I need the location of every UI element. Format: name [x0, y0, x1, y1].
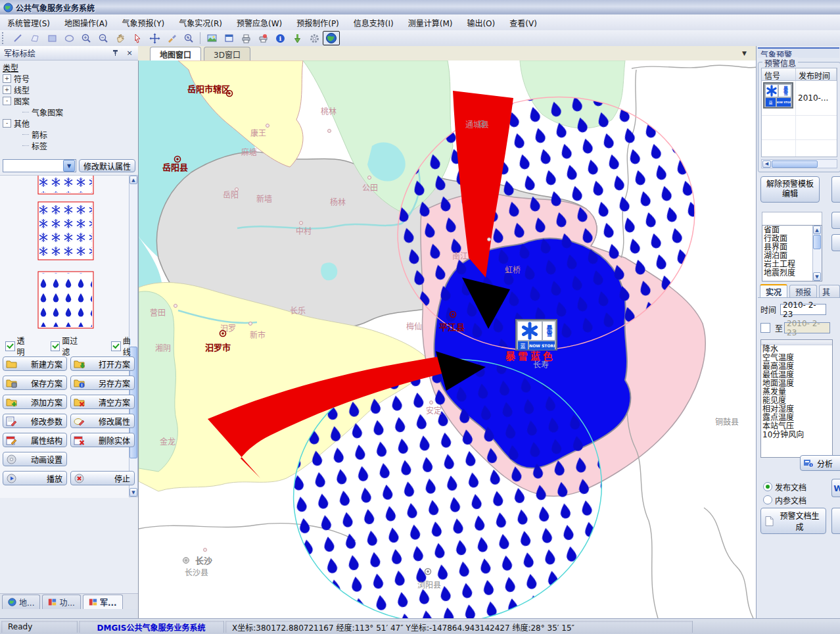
draw-line-icon[interactable] — [9, 31, 26, 45]
checkbox-icon[interactable] — [111, 341, 121, 351]
delete-entity-button[interactable]: 删除实体 — [70, 433, 135, 447]
draw-polygon-icon[interactable] — [26, 31, 43, 45]
publish-doc-radio[interactable]: 发布文档 — [763, 480, 806, 493]
to-field[interactable]: 2010- 2-23 — [784, 322, 830, 333]
animation-settings-button[interactable]: 动画设置 — [3, 452, 67, 466]
clipped-button[interactable] — [831, 212, 840, 229]
tree-item-weather-pattern[interactable]: 气象图案 — [3, 107, 134, 118]
pin-icon[interactable] — [109, 47, 121, 59]
clipped-button[interactable] — [831, 234, 840, 251]
time-field[interactable]: 2010- 2-23 — [780, 304, 826, 315]
tabstrip-dropdown-icon[interactable]: ▼ — [742, 50, 747, 57]
print-preview-icon[interactable] — [254, 31, 271, 45]
checkbox-icon[interactable] — [760, 323, 770, 333]
scroll-up-icon[interactable]: ▲ — [129, 176, 137, 184]
expand-icon[interactable]: + — [3, 85, 11, 94]
scroll-left-icon[interactable]: ◀ — [762, 160, 771, 168]
new-plan-button[interactable]: 新建方案 — [3, 356, 67, 371]
curve-checkbox[interactable]: 曲线 — [111, 335, 138, 357]
checkbox-icon[interactable] — [5, 341, 15, 351]
clear-plan-button[interactable]: 清空方案 — [70, 395, 135, 409]
tree-root[interactable]: 类型 — [3, 62, 134, 73]
col-publish-time[interactable]: 发布时间 — [796, 68, 837, 80]
table-row[interactable]: 暴雪 蓝 SNOW STORM 2010-... — [762, 81, 837, 116]
swatch-snowflake-partial[interactable] — [38, 176, 93, 194]
tab-map-panel[interactable]: 地... — [2, 595, 40, 609]
image-icon[interactable] — [203, 31, 220, 45]
scrollbar-thumb[interactable] — [772, 160, 818, 168]
generate-warning-doc-button[interactable]: 预警文档生成 — [760, 508, 826, 534]
collapse-icon[interactable]: - — [3, 97, 11, 105]
tree-item-other[interactable]: -其他 — [3, 118, 134, 129]
face-filter-checkbox[interactable]: 面过滤 — [51, 335, 85, 357]
scroll-up-icon[interactable]: ▲ — [813, 226, 821, 234]
radio-icon[interactable] — [763, 482, 772, 491]
globe-tool-icon[interactable] — [323, 31, 340, 45]
close-icon[interactable]: × — [124, 47, 135, 59]
tab-military-plot-panel[interactable]: 军... — [83, 595, 123, 609]
settings-gear-icon[interactable] — [306, 31, 323, 45]
warning-table[interactable]: 信号 发布时间 暴雪 蓝 SNOW STORM 2010-... — [761, 68, 837, 157]
menu-item[interactable]: 系统管理(S) — [0, 15, 57, 30]
modify-attrs-button[interactable]: 修改属性 — [70, 414, 135, 428]
cancel-warning-template-button[interactable]: 解除预警模板编辑 — [760, 176, 820, 203]
radio-icon[interactable] — [763, 495, 772, 504]
paint-brush-icon[interactable] — [163, 31, 180, 45]
tab-forecast[interactable]: 预报 — [789, 285, 817, 297]
save-plan-button[interactable]: 保存方案 — [3, 376, 67, 390]
menu-item[interactable]: 测量计算(M) — [401, 15, 460, 30]
menu-item[interactable]: 气象实况(R) — [172, 15, 229, 30]
menu-item[interactable]: 信息支持(I) — [346, 15, 401, 30]
tree-item-linetype[interactable]: +线型 — [3, 84, 134, 95]
transparent-checkbox[interactable]: 透明 — [5, 335, 32, 357]
window-icon[interactable] — [220, 31, 237, 45]
layer-listbox[interactable]: 省面行政面县界面湖泊面岩土工程地震烈度 ▲ ▼ — [762, 225, 822, 281]
move-cross-icon[interactable] — [146, 31, 163, 45]
scrollbar-thumb[interactable] — [813, 235, 821, 249]
menu-item[interactable]: 预报制作(P) — [289, 15, 346, 30]
tab-function-panel[interactable]: 功... — [42, 595, 80, 609]
element-listbox[interactable]: 降水空气温度最高温度最低温度地面温度蒸发量能见度相对湿度露点温度本站气压10分钟… — [760, 339, 833, 458]
menu-item[interactable]: 气象预报(Y) — [115, 15, 172, 30]
table-hscrollbar[interactable]: ◀ — [761, 159, 837, 168]
open-plan-button[interactable]: 打开方案 — [70, 356, 135, 371]
tree-item-symbol[interactable]: +符号 — [3, 73, 134, 84]
expand-icon[interactable]: + — [3, 74, 11, 83]
pan-hand-icon[interactable] — [112, 31, 129, 45]
save-as-plan-button[interactable]: i另存方案 — [70, 376, 135, 390]
table-row-empty[interactable] — [762, 140, 837, 157]
attr-structure-button[interactable]: 属性结构 — [3, 433, 67, 447]
element-item[interactable]: 10分钟风向 — [761, 431, 832, 439]
stop-button[interactable]: 停止 — [70, 471, 135, 485]
swatch-raindrop[interactable] — [38, 272, 93, 328]
modify-params-button[interactable]: 修改参数 — [3, 414, 67, 428]
tab-map-window[interactable]: 地图窗口 — [150, 47, 201, 61]
table-row-empty[interactable] — [762, 116, 837, 140]
layer-item[interactable]: 地震烈度 — [764, 269, 811, 278]
add-plan-button[interactable]: 添加方案 — [3, 395, 67, 409]
menu-item[interactable]: 输出(O) — [459, 15, 502, 30]
col-signal[interactable]: 信号 — [762, 68, 796, 80]
layer-scrollbar[interactable]: ▲ ▼ — [812, 226, 822, 281]
chevron-down-icon[interactable]: ▼ — [63, 160, 75, 172]
to-checkbox[interactable] — [760, 323, 772, 333]
tree-item-label[interactable]: 标签 — [3, 140, 134, 151]
modify-default-attrs-button[interactable]: 修改默认属性 — [79, 159, 135, 172]
tree-item-arrow[interactable]: 箭标 — [3, 129, 134, 140]
pattern-combobox[interactable]: ▼ — [3, 159, 76, 172]
menu-item[interactable]: 查看(V) — [502, 15, 544, 30]
zoom-out-icon[interactable] — [95, 31, 112, 45]
clipped-button[interactable] — [831, 508, 840, 534]
toolbar-grip[interactable] — [2, 32, 7, 44]
draw-rectangle-icon[interactable] — [43, 31, 60, 45]
scroll-down-icon[interactable]: ▼ — [813, 272, 821, 281]
select-arrow-icon[interactable] — [129, 31, 146, 45]
word-button[interactable]: W — [831, 479, 840, 497]
snowstorm-sign[interactable]: 暴雪 蓝 SNOW STORM — [515, 319, 557, 351]
draw-ellipse-icon[interactable] — [60, 31, 78, 45]
collapse-icon[interactable]: - — [3, 119, 11, 128]
analyze-button[interactable]: i 分析 — [800, 455, 840, 471]
checkbox-icon[interactable] — [51, 341, 60, 351]
internal-doc-radio[interactable]: 内参文档 — [763, 493, 806, 506]
zoom-in-icon[interactable] — [78, 31, 95, 45]
